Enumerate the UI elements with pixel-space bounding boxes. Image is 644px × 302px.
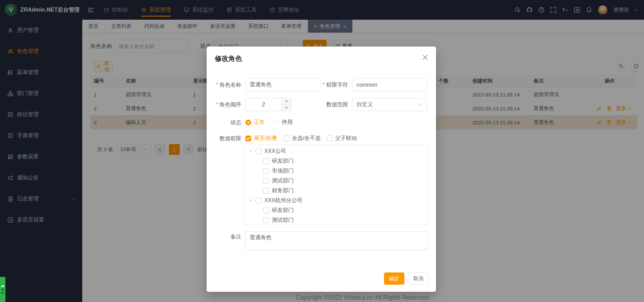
checkbox-select-all[interactable]: 全选/全不选	[283, 132, 320, 145]
checkbox-label: 展开/折叠	[254, 135, 277, 142]
tree-node-label: 测试部门	[272, 217, 294, 224]
perm-char-label: *权限字符	[313, 78, 348, 91]
tree-node-label: 财务部门	[272, 187, 294, 194]
cancel-label: 取消	[413, 276, 423, 282]
tree-checkbox[interactable]	[263, 188, 269, 194]
tree-checkbox[interactable]	[256, 198, 261, 203]
tree-node-label: 市场部门	[272, 167, 294, 175]
tree-checkbox[interactable]	[263, 168, 269, 174]
tree-expander-icon[interactable]	[249, 199, 253, 202]
role-order-value: 2	[246, 98, 281, 111]
required-star: *	[216, 82, 218, 88]
confirm-label: 确定	[389, 276, 399, 282]
tree-checkbox[interactable]	[263, 217, 269, 223]
tree-checkbox[interactable]	[263, 208, 269, 213]
label-text: 状态	[230, 120, 241, 125]
label-text: 权限字符	[326, 82, 348, 88]
radio-label: 正常	[254, 119, 265, 126]
perm-char-input[interactable]	[352, 78, 427, 91]
widget-mark	[1, 292, 4, 294]
tree-node-label: XXX杭州分公司	[264, 197, 302, 204]
floating-widget[interactable]	[0, 277, 5, 302]
required-star: *	[216, 102, 218, 107]
tree-checkbox[interactable]	[256, 148, 261, 154]
checkbox-label: 父子联动	[335, 135, 357, 142]
data-permission-label: 数据权限	[207, 132, 241, 145]
role-name-input[interactable]	[245, 78, 320, 91]
permission-tree: XXX公司 研发部门 市场部门 测试部门 财务部门 XXX杭州分公司	[244, 145, 428, 225]
app-root: V ZRAdmin.NET后台管理 用户管理 角色管理 菜单管理 部门管理	[0, 0, 644, 302]
tree-node[interactable]: 研发部门	[245, 156, 428, 166]
tree-node[interactable]: XXX杭州分公司	[245, 196, 428, 206]
tree-node[interactable]: 财务部门	[245, 186, 428, 196]
tree-node-label: 研发部门	[272, 158, 294, 165]
tree-expander-icon[interactable]	[249, 149, 253, 153]
tree-node[interactable]: 市场部门	[245, 166, 428, 176]
tree-node[interactable]: 测试部门	[245, 215, 428, 225]
cancel-button[interactable]: 取消	[408, 272, 428, 285]
tree-node[interactable]: XXX公司	[245, 146, 428, 156]
checkbox-icon	[245, 136, 251, 141]
label-text: 数据范围	[326, 102, 348, 107]
chevron-down-icon	[418, 102, 423, 107]
role-order-label: *角色顺序	[207, 98, 241, 111]
checkbox-icon	[283, 136, 289, 141]
data-scope-select[interactable]: 自定义	[352, 98, 427, 111]
tree-node[interactable]: 研发部门	[245, 206, 428, 215]
role-order-stepper[interactable]: 2	[245, 98, 292, 111]
checkbox-parent-child-linkage[interactable]: 父子联动	[327, 132, 357, 145]
label-text: 数据权限	[220, 136, 241, 141]
tree-node-label: 测试部门	[272, 177, 294, 184]
required-star: *	[323, 82, 325, 88]
data-scope-value: 自定义	[356, 101, 373, 108]
role-name-label: *角色名称	[207, 78, 241, 91]
status-label: 状态	[207, 116, 241, 129]
radio-label: 停用	[282, 119, 293, 126]
resize-handle[interactable]	[423, 246, 427, 250]
checkbox-expand-collapse[interactable]: 展开/折叠	[245, 132, 277, 145]
label-text: 角色名称	[220, 82, 241, 88]
checkbox-label: 全选/全不选	[292, 135, 320, 142]
chevron-up-icon[interactable]	[282, 98, 291, 105]
radio-status-normal[interactable]: 正常	[245, 116, 265, 129]
label-text: 角色顺序	[220, 102, 241, 107]
stepper-controls	[281, 98, 291, 111]
widget-mark	[1, 285, 4, 287]
tree-checkbox[interactable]	[263, 158, 269, 164]
tree-node[interactable]: 测试部门	[245, 176, 428, 186]
close-icon[interactable]	[422, 54, 429, 61]
remark-textarea[interactable]: 普通角色	[245, 231, 428, 251]
radio-icon	[273, 120, 279, 125]
tree-checkbox[interactable]	[263, 178, 269, 184]
confirm-button[interactable]: 确定	[384, 272, 404, 285]
tree-node-label: 研发部门	[272, 207, 294, 214]
checkbox-icon	[327, 136, 332, 141]
widget-mark	[1, 289, 4, 290]
edit-role-dialog: 修改角色 *角色名称 *权限字符 *角色顺序 2 数据范围 自定义 状态 正常	[207, 47, 436, 292]
tree-node-label: XXX公司	[264, 148, 286, 155]
radio-icon	[245, 120, 251, 125]
radio-status-disabled[interactable]: 停用	[273, 116, 293, 129]
label-text: 备注	[230, 234, 241, 239]
data-scope-label: 数据范围	[313, 98, 348, 111]
dialog-title: 修改角色	[215, 54, 242, 63]
chevron-down-icon[interactable]	[282, 105, 291, 111]
remark-label: 备注	[207, 231, 241, 242]
